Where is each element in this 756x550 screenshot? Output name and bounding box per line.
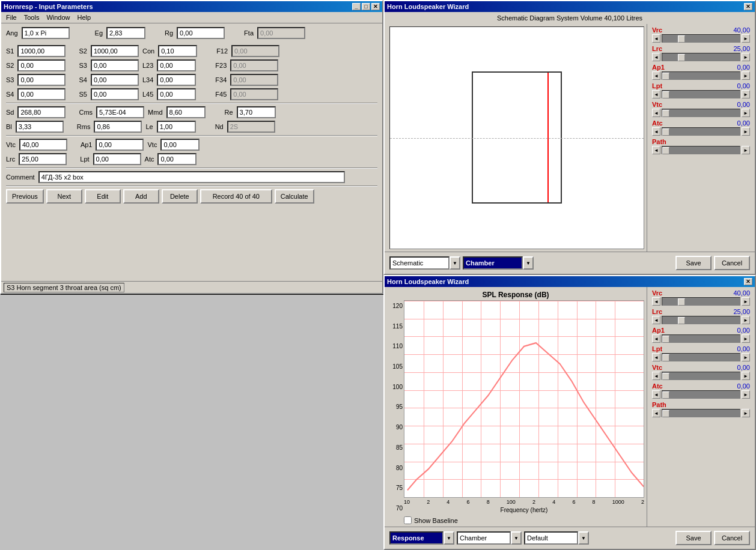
comment-input[interactable] <box>38 171 345 183</box>
default-dropdown-input[interactable] <box>524 531 578 545</box>
response-dropdown[interactable]: ▼ <box>389 531 454 545</box>
chamber-dropdown-bot[interactable]: ▼ <box>457 531 522 545</box>
atc-input[interactable] <box>157 153 197 165</box>
lrc-slider-bot[interactable] <box>662 316 740 324</box>
lrc-left-arrow-top[interactable]: ◄ <box>652 53 660 61</box>
l34-input[interactable] <box>157 74 196 86</box>
bl-input[interactable] <box>16 121 64 133</box>
le-input[interactable] <box>157 121 196 133</box>
ap1-input[interactable] <box>96 139 144 151</box>
response-dropdown-btn[interactable]: ▼ <box>444 531 454 545</box>
schematic-dropdown[interactable]: ▼ <box>389 256 460 270</box>
vtc-slider-bot[interactable] <box>662 372 740 380</box>
next-button[interactable]: Next <box>46 189 82 204</box>
vrc-right-arrow[interactable]: ► <box>742 34 750 43</box>
lrc-right-arrow-bot[interactable]: ► <box>742 316 750 324</box>
ap1-right-arrow-bot[interactable]: ► <box>742 334 750 343</box>
s4-input[interactable] <box>91 74 139 86</box>
lpt-slider-top[interactable] <box>662 90 740 98</box>
path-right-arrow-top[interactable]: ► <box>742 146 750 154</box>
edit-button[interactable]: Edit <box>85 189 121 204</box>
vrc-left-arrow-bot[interactable]: ◄ <box>652 297 660 306</box>
lpt-right-arrow-bot[interactable]: ► <box>742 353 750 361</box>
path-left-arrow-top[interactable]: ◄ <box>652 146 660 154</box>
path-slider-top[interactable] <box>662 146 740 154</box>
schematic-dropdown-input[interactable] <box>389 256 450 270</box>
path-right-arrow-bot[interactable]: ► <box>742 409 750 417</box>
path-left-arrow-bot[interactable]: ◄ <box>652 409 660 417</box>
s5-input[interactable] <box>91 88 139 100</box>
ap1-slider-bot[interactable] <box>662 334 740 343</box>
s2-input[interactable] <box>91 45 139 57</box>
menu-file[interactable]: File <box>2 13 20 22</box>
con-input[interactable] <box>158 45 197 57</box>
vtc-slider-top[interactable] <box>662 109 740 117</box>
vrc-slider[interactable] <box>662 34 740 43</box>
vtc-input[interactable] <box>19 139 67 151</box>
delete-button[interactable]: Delete <box>162 189 198 204</box>
chamber-dropdown-btn-top[interactable]: ▼ <box>523 256 534 270</box>
cms-input[interactable] <box>96 106 144 118</box>
lpt-left-arrow-top[interactable]: ◄ <box>652 90 660 98</box>
s3-input[interactable] <box>91 59 139 71</box>
add-button[interactable]: Add <box>123 189 159 204</box>
vrc-slider-bot[interactable] <box>662 297 740 306</box>
default-dropdown[interactable]: ▼ <box>524 531 589 545</box>
lpt-input[interactable] <box>93 153 141 165</box>
vtc-left-arrow-top[interactable]: ◄ <box>652 109 660 117</box>
vtc-left-arrow-bot[interactable]: ◄ <box>652 372 660 380</box>
atc-slider-top[interactable] <box>662 127 740 136</box>
atc-right-arrow-top[interactable]: ► <box>742 127 750 136</box>
vtc-right-arrow-bot[interactable]: ► <box>742 372 750 380</box>
menu-window[interactable]: Window <box>43 13 73 22</box>
s2-row-input[interactable] <box>17 59 66 71</box>
wizard-schematic-cancel-button[interactable]: Cancel <box>714 256 750 270</box>
default-dropdown-btn[interactable]: ▼ <box>578 531 589 545</box>
ap1-right-arrow-top[interactable]: ► <box>742 71 750 80</box>
s3-row-input[interactable] <box>17 74 66 86</box>
wizard-schematic-close-button[interactable]: ✕ <box>744 3 752 10</box>
lrc-slider-top[interactable] <box>662 53 740 61</box>
ang-input[interactable] <box>22 27 70 39</box>
menu-help[interactable]: Help <box>74 13 95 22</box>
s4-row-input[interactable] <box>17 88 66 100</box>
wizard-spl-save-button[interactable]: Save <box>675 531 712 545</box>
lrc-input[interactable] <box>19 153 67 165</box>
ap1-left-arrow-bot[interactable]: ◄ <box>652 334 660 343</box>
path-slider-bot[interactable] <box>662 409 740 417</box>
wizard-spl-cancel-button[interactable]: Cancel <box>714 531 750 545</box>
l23-input[interactable] <box>157 59 196 71</box>
sd-input[interactable] <box>17 106 66 118</box>
lrc-right-arrow-top[interactable]: ► <box>742 53 750 61</box>
lpt-left-arrow-bot[interactable]: ◄ <box>652 353 660 361</box>
l45-input[interactable] <box>157 88 196 100</box>
menu-tools[interactable]: Tools <box>20 13 43 22</box>
s1-input[interactable] <box>17 45 66 57</box>
chamber-dropdown-btn-bot[interactable]: ▼ <box>511 531 522 545</box>
wizard-spl-close-button[interactable]: ✕ <box>744 278 752 285</box>
vrc-right-arrow-bot[interactable]: ► <box>742 297 750 306</box>
chamber-dropdown-input-top[interactable] <box>463 256 523 270</box>
ap1-slider-top[interactable] <box>662 71 740 80</box>
previous-button[interactable]: Previous <box>6 189 44 204</box>
maximize-button[interactable]: □ <box>362 3 370 10</box>
atc-left-arrow-top[interactable]: ◄ <box>652 127 660 136</box>
ap1-left-arrow-top[interactable]: ◄ <box>652 71 660 80</box>
response-dropdown-input[interactable] <box>389 531 444 545</box>
record-button[interactable]: Record 40 of 40 <box>200 189 272 204</box>
calculate-button[interactable]: Calculate <box>275 189 314 204</box>
rg-input[interactable] <box>177 27 225 39</box>
eg-input[interactable] <box>106 27 145 39</box>
close-button[interactable]: ✕ <box>371 3 380 10</box>
mmd-input[interactable] <box>166 106 206 118</box>
show-baseline-checkbox[interactable] <box>404 516 412 524</box>
re-input[interactable] <box>237 106 276 118</box>
vtc-right-arrow-top[interactable]: ► <box>742 109 750 117</box>
atc-right-arrow-bot[interactable]: ► <box>742 390 750 399</box>
atc-left-arrow-bot[interactable]: ◄ <box>652 390 660 399</box>
minimize-button[interactable]: _ <box>352 3 361 10</box>
lpt-right-arrow-top[interactable]: ► <box>742 90 750 98</box>
lpt-slider-bot[interactable] <box>662 353 740 361</box>
vrc-left-arrow[interactable]: ◄ <box>652 34 660 43</box>
vtc2-input[interactable] <box>160 139 200 151</box>
